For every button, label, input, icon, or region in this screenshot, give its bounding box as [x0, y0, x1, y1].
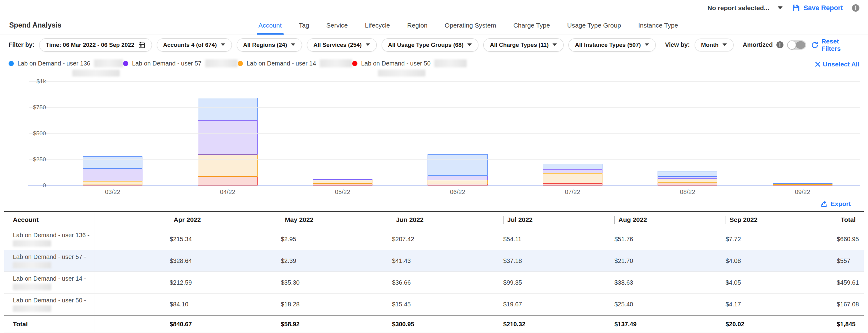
redacted-text [13, 305, 51, 312]
filter-pill-all-services-254-[interactable]: All Services (254) [307, 38, 376, 52]
value-cell: $35.30 [281, 279, 392, 286]
total-value-cell: $840.67 [170, 321, 281, 328]
export-icon [820, 200, 827, 207]
bar-segment-lab-on-demand-user-57[interactable] [658, 176, 717, 179]
export-button[interactable]: Export [820, 200, 851, 207]
filter-pill-label: Accounts 4 (of 674) [163, 42, 217, 48]
table-row[interactable]: Lab on Demand - user 136 - $215.34$2.95$… [4, 228, 864, 250]
x-axis-tick-label: 09/22 [745, 189, 860, 196]
reset-filters-button[interactable]: Reset Filters [811, 38, 860, 52]
column-spacer [95, 250, 170, 271]
bar-segment-lab-on-demand-user-57[interactable] [198, 120, 257, 155]
column-header-account: Account [4, 212, 95, 228]
value-cell: $7.72 [725, 236, 837, 243]
bar-segment-lab-on-demand-user-57[interactable] [83, 169, 143, 181]
total-value-cell: $1,845 [837, 321, 864, 328]
info-icon[interactable] [852, 4, 860, 12]
filter-pill-label: All Usage Type Groups (68) [388, 42, 464, 48]
total-value-cell: $137.49 [614, 321, 725, 328]
bar-segment-lab-on-demand-user-136[interactable] [658, 171, 717, 176]
bar-segment-lab-on-demand-user-50[interactable] [428, 184, 487, 186]
gridline [29, 107, 860, 108]
bar-segment-lab-on-demand-user-50[interactable] [773, 185, 833, 186]
reset-filters-label: Reset Filters [822, 38, 860, 52]
stacked-bar [198, 98, 257, 186]
save-report-button[interactable]: Save Report [792, 4, 843, 12]
tab-operating-system[interactable]: Operating System [445, 16, 496, 35]
tab-region[interactable]: Region [407, 16, 428, 35]
y-axis-tick-label: $500 [0, 130, 46, 137]
bar-segment-lab-on-demand-user-14[interactable] [543, 173, 602, 184]
column-header-apr-2022: Apr 2022 [170, 216, 281, 224]
redacted-text [434, 59, 467, 67]
bar-segment-lab-on-demand-user-14[interactable] [83, 181, 143, 185]
amortized-toggle[interactable] [787, 40, 806, 49]
view-by-select[interactable]: Month [695, 39, 734, 52]
info-icon[interactable] [776, 41, 783, 48]
tab-tag[interactable]: Tag [299, 16, 309, 35]
bar-segment-lab-on-demand-user-14[interactable] [198, 155, 257, 176]
bar-segment-lab-on-demand-user-50[interactable] [543, 183, 602, 186]
legend-item-lab-on-demand-user-50[interactable]: Lab on Demand - user 50 [352, 59, 467, 67]
bar-segment-lab-on-demand-user-136[interactable] [83, 157, 143, 169]
value-cell: $99.35 [503, 279, 614, 286]
bar-segment-lab-on-demand-user-14[interactable] [428, 180, 487, 184]
x-axis-tick-label: 03/22 [55, 189, 170, 196]
value-cell: $25.40 [614, 301, 725, 308]
report-selector[interactable]: No report selected... [708, 4, 783, 12]
value-cell: $2.39 [281, 257, 392, 264]
caret-down-icon [552, 43, 557, 46]
value-cell: $212.59 [170, 279, 281, 286]
tab-charge-type[interactable]: Charge Type [513, 16, 550, 35]
bar-segment-lab-on-demand-user-50[interactable] [313, 184, 372, 186]
value-cell: $19.67 [503, 301, 614, 308]
value-cell: $18.28 [281, 301, 392, 308]
filter-pill-all-usage-type-groups-68-[interactable]: All Usage Type Groups (68) [382, 38, 479, 52]
toggle-knob [787, 41, 796, 49]
bar-segment-lab-on-demand-user-50[interactable] [658, 183, 717, 186]
table-header-row: Account Apr 2022May 2022Jun 2022Jul 2022… [4, 211, 864, 228]
bar-segment-lab-on-demand-user-50[interactable] [83, 185, 143, 186]
bar-segment-lab-on-demand-user-136[interactable] [198, 98, 257, 120]
value-cell: $38.63 [614, 279, 725, 286]
column-spacer [95, 228, 170, 250]
table-row[interactable]: Lab on Demand - user 57 - $328.64$2.39$4… [4, 250, 864, 272]
tab-account[interactable]: Account [258, 16, 282, 35]
toggle-track-shade [796, 41, 805, 49]
filter-pill-label: All Instance Types (507) [575, 42, 641, 48]
filter-pill-all-charge-types-11-[interactable]: All Charge Types (11) [483, 38, 563, 52]
tab-lifecycle[interactable]: Lifecycle [365, 16, 390, 35]
tab-service[interactable]: Service [327, 16, 348, 35]
filter-pill-accounts-4-of-674-[interactable]: Accounts 4 (of 674) [157, 38, 232, 52]
bar-segment-lab-on-demand-user-14[interactable] [313, 180, 372, 184]
bar-segment-lab-on-demand-user-50[interactable] [198, 176, 257, 186]
bar-segment-lab-on-demand-user-57[interactable] [428, 176, 487, 180]
legend-item-lab-on-demand-user-57[interactable]: Lab on Demand - user 57 [123, 59, 238, 67]
legend-dot-icon [123, 61, 128, 66]
bar-segment-lab-on-demand-user-14[interactable] [658, 179, 717, 183]
tab-usage-type-group[interactable]: Usage Type Group [567, 16, 621, 35]
redacted-text [13, 284, 51, 290]
chart-legend: Lab on Demand - user 136 Lab on Demand -… [0, 55, 868, 76]
bar-segment-lab-on-demand-user-57[interactable] [543, 169, 602, 173]
tab-instance-type[interactable]: Instance Type [638, 16, 678, 35]
legend-item-lab-on-demand-user-14[interactable]: Lab on Demand - user 14 [238, 59, 352, 67]
table-row[interactable]: Lab on Demand - user 50 - $84.10$18.28$1… [4, 294, 864, 315]
unselect-all-button[interactable]: Unselect All [815, 61, 860, 68]
filter-pill-all-regions-24-[interactable]: All Regions (24) [237, 38, 302, 52]
export-label: Export [830, 200, 851, 207]
filter-pill-time-06-mar-2022-06-sep-2022[interactable]: Time: 06 Mar 2022 - 06 Sep 2022 [39, 38, 152, 52]
filter-pill-all-instance-types-507-[interactable]: All Instance Types (507) [568, 38, 656, 52]
legend-item-lab-on-demand-user-136[interactable]: Lab on Demand - user 136 [8, 59, 123, 67]
caret-down-icon [220, 43, 225, 46]
y-axis-tick-label: $750 [0, 104, 46, 111]
x-axis-tick-label: 07/22 [515, 189, 630, 196]
caret-down-icon [467, 43, 472, 46]
column-header-aug-2022: Aug 2022 [614, 216, 725, 224]
table-row[interactable]: Lab on Demand - user 14 - $212.59$35.30$… [4, 272, 864, 294]
bar-segment-lab-on-demand-user-136[interactable] [543, 164, 602, 169]
redacted-text [13, 262, 51, 268]
bar-segment-lab-on-demand-user-136[interactable] [428, 154, 487, 176]
caret-down-icon [365, 43, 370, 46]
stacked-bar [543, 164, 602, 186]
